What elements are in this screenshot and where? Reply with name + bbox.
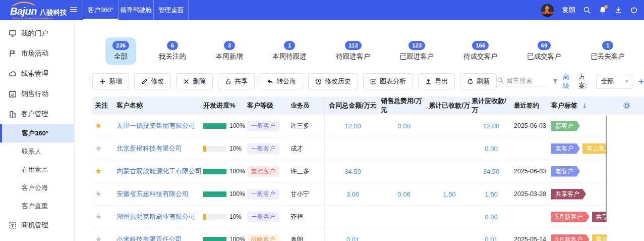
advanced-search-link[interactable]: 高级 (563, 72, 574, 90)
scheme-select[interactable]: 全部 (596, 74, 634, 89)
filter-tab[interactable]: 6 我关注的 (152, 37, 193, 65)
col-header-received[interactable]: 累计已收款/万 (427, 101, 472, 110)
customer-name-link[interactable]: 安徽省东超科技有限公司 (116, 189, 189, 199)
col-header-customer-name[interactable]: 客户名称 (108, 101, 199, 110)
search-input[interactable] (506, 77, 548, 84)
sidebar-item-label: 客户管理 (21, 110, 48, 119)
table-row[interactable]: ★ 安徽省东超科技有限公司 100% 一般客户 甘小宁 3.00 0.06 1.… (92, 183, 607, 206)
filter-tab[interactable]: 236 全部 (105, 37, 136, 65)
filter-tab[interactable]: 3 本周新增 (209, 37, 250, 65)
customer-name-link[interactable]: 内蒙古双欣能源化工有限公司 (116, 167, 202, 176)
last-sign-date-cell: 2025-06-03 (511, 168, 550, 175)
nav-tab-3[interactable]: 管理桌面 (153, 0, 189, 20)
table-header: 关注 客户名称 开发进度% 客户等级 业务员 合同总金额/万元 销售总费用/万元… (92, 97, 644, 115)
nav-tab-label: 客户360° (88, 6, 113, 15)
user-name[interactable]: 袁朗 (562, 6, 575, 15)
col-header-grade[interactable]: 客户等级 (246, 101, 288, 110)
filter-tab-count-badge: 1 (602, 41, 613, 50)
sidebar-item[interactable]: 我的门户 (0, 23, 74, 43)
customer-grade-badge: 一般客户 (247, 143, 279, 154)
favorite-star-icon[interactable]: ★ (95, 122, 102, 130)
customer-grade-badge: 战略客户 (247, 234, 279, 241)
contract-total-cell: 3.00 (325, 190, 381, 198)
share-button[interactable]: 共享 (218, 73, 255, 89)
col-header-progress[interactable]: 开发进度% (199, 101, 246, 110)
brand-tagline: Anyone,Anytime,Anywhere! (12, 17, 53, 20)
leads-icon (9, 70, 17, 78)
sidebar-subitem[interactable]: 联系人 (0, 142, 74, 161)
menu-toggle-icon[interactable] (69, 7, 78, 14)
customer-tags-cell: 新客户 (550, 121, 607, 131)
search-icon[interactable] (583, 6, 591, 14)
sidebar-item[interactable]: 商机管理 (0, 215, 74, 235)
owner-cell: 齐桓 (288, 206, 325, 228)
vertical-scrollbar-thumb[interactable] (606, 116, 607, 222)
download-icon[interactable] (614, 6, 622, 14)
sidebar-subitem[interactable]: 客户公海 (0, 179, 74, 197)
notifications-bell-icon[interactable] (599, 6, 607, 14)
filter-tab[interactable]: 1 本周待跟进 (265, 37, 314, 65)
col-header-tags[interactable]: 客户标签 (550, 101, 607, 110)
col-header-favorite[interactable]: 关注 (92, 101, 108, 110)
gear-icon[interactable] (623, 102, 631, 110)
add-scheme-icon[interactable] (638, 78, 644, 85)
filter-funnel-icon[interactable] (552, 78, 558, 85)
sidebar-item[interactable]: 销售行动 (0, 84, 74, 104)
brand-logo: Bajun 八骏科技 Anyone,Anytime,Anywhere! (0, 0, 62, 20)
sort-desc-icon[interactable] (581, 103, 588, 109)
edit-history-button[interactable]: 修改历史 (308, 73, 358, 89)
nav-tab-2[interactable]: 领导驾驶舱 (118, 0, 153, 20)
customer-tags-cell: 5月新客户共享客户 (550, 212, 607, 222)
col-header-owner[interactable]: 业务员 (288, 97, 325, 115)
favorite-star-icon[interactable]: ★ (95, 235, 102, 241)
chart-analysis-button[interactable]: 图表分析 (363, 73, 413, 89)
filter-tab-label: 全部 (114, 52, 128, 61)
sidebar-item[interactable]: 市场活动 (0, 43, 74, 64)
table-row[interactable]: ★ 内蒙古双欣能源化工有限公司 100% 重点客户 许三多 34.50 34.5… (92, 160, 607, 183)
customer-name-link[interactable]: 小米科技有限责任公司 (116, 235, 182, 241)
table-row[interactable]: ★ 湖州贝明克斯刷业有限公司 10% 一般客户 齐桓 0.00 5月新客户共享客… (92, 206, 607, 228)
favorite-star-icon[interactable]: ★ (95, 190, 102, 198)
favorite-star-icon[interactable]: ★ (95, 213, 102, 221)
delete-button[interactable]: 删除 (176, 73, 213, 89)
progress-cell: 10% (199, 213, 246, 220)
filter-tab[interactable]: 166 待成交客户 (456, 37, 505, 65)
customer-name-link[interactable]: 湖州贝明克斯刷业有限公司 (116, 212, 195, 221)
customer-name-link[interactable]: 北京新橙科技有限公司 (116, 144, 182, 153)
add-button[interactable]: 新增 (92, 73, 129, 89)
nav-tab-1[interactable]: 客户360° (83, 0, 118, 20)
chart-icon (370, 78, 377, 85)
receivable-cell: 34.50 (472, 168, 511, 175)
sidebar-item[interactable]: 客户管理 (0, 104, 74, 124)
favorite-star-icon[interactable]: ★ (95, 167, 102, 175)
export-button[interactable]: 导出 (418, 73, 455, 89)
col-header-last-sign[interactable]: 最近签约 (511, 102, 550, 110)
customer-name-link[interactable]: 天津一德投资集团有限公司 (116, 121, 195, 130)
favorite-star-icon[interactable]: ★ (95, 144, 102, 153)
filter-tab-label: 本周待跟进 (272, 52, 307, 61)
customer-tag: 老客户 (551, 166, 580, 177)
sidebar-subitem[interactable]: 在用竞品 (0, 161, 74, 179)
edit-button[interactable]: 修改 (134, 73, 171, 89)
move-to-pool-button[interactable]: 转公海 (260, 73, 303, 89)
col-header-receivable[interactable]: 累计应收款/万 (472, 97, 511, 115)
filter-tab[interactable]: 1 已丢失客户 (583, 37, 632, 65)
sidebar-subitem[interactable]: 客户查重 (0, 197, 74, 215)
customer-mgmt-icon (9, 110, 17, 118)
power-icon[interactable] (630, 6, 638, 14)
refresh-button[interactable]: 刷新 (460, 73, 497, 89)
col-header-sales-cost[interactable]: 销售总费用/万元 (381, 97, 427, 115)
col-header-contract-total[interactable]: 合同总金额/万元 (325, 101, 381, 110)
sidebar-item[interactable]: 线索管理 (0, 64, 74, 84)
table-row[interactable]: ★ 北京新橙科技有限公司 10% 一般客户 成才 0.00 老客户重点客户 (92, 137, 607, 160)
table-row[interactable]: ★ 天津一德投资集团有限公司 100% 一般客户 许三多 12.00 0.08 … (92, 115, 607, 137)
filter-tab[interactable]: 69 已成交客户 (520, 37, 568, 65)
user-avatar[interactable] (541, 4, 554, 17)
toolbar-button-label: 修改历史 (325, 77, 351, 86)
sidebar-subitem[interactable]: 客户360° (0, 124, 74, 142)
filter-tab[interactable]: 113 待跟进客户 (329, 37, 378, 65)
filter-tab[interactable]: 123 已跟进客户 (393, 37, 441, 65)
table-row[interactable]: ★ 小米科技有限责任公司 100% 战略客户 袁朗 0.01 0.01 2025… (92, 228, 607, 241)
filter-tabs: 236 全部 6 我关注的 3 本周新增 1 本周待跟进 113 待跟进客户 1… (105, 37, 632, 65)
toolbar-button-label: 删除 (193, 77, 206, 86)
